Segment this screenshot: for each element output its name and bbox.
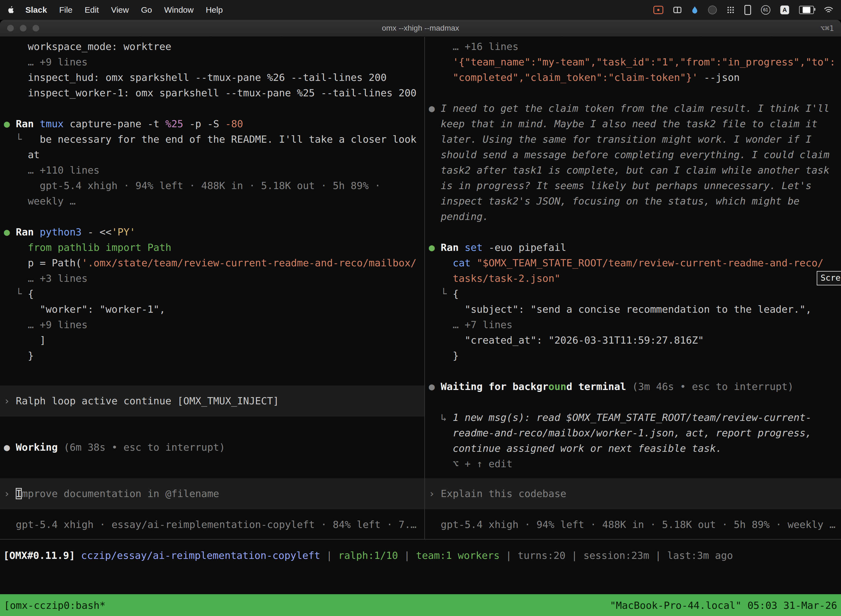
text-segment: ↳ bbox=[429, 412, 453, 423]
terminal-line: gpt-5.4 xhigh · 94% left · 488K in · 5.1… bbox=[4, 178, 424, 194]
text-segment: - << bbox=[88, 226, 111, 238]
terminal-line: … +9 lines bbox=[4, 54, 424, 70]
terminal-line: ● Ran python3 - <<'PY' bbox=[4, 224, 424, 240]
prompt-input-left[interactable]: › Improve documentation in @filename bbox=[0, 478, 424, 509]
water-drop-icon[interactable] bbox=[692, 6, 698, 14]
terminal-line: p = Path('.omx/state/team/review-current… bbox=[4, 255, 424, 271]
wifi-icon[interactable] bbox=[824, 6, 833, 13]
text-segment: | bbox=[649, 550, 667, 561]
terminal-line: "created_at": "2026-03-31T11:59:27.816Z" bbox=[429, 333, 841, 348]
dots-grid-icon[interactable] bbox=[727, 6, 734, 14]
text-segment: Explain this codebase bbox=[441, 488, 566, 499]
terminal-line bbox=[429, 85, 841, 101]
text-segment: last:3m ago bbox=[667, 550, 733, 561]
text-segment: should send a message before completing … bbox=[429, 149, 829, 160]
terminal-line: task2 after task1 is complete, but can I… bbox=[429, 163, 841, 178]
text-segment: ● bbox=[4, 226, 16, 238]
text-segment: 1 new msg(s): read $OMX_TEAM_STATE_ROOT/… bbox=[453, 412, 812, 423]
text-segment: (6m 38s • esc to interrupt) bbox=[64, 441, 225, 453]
text-segment: gpt-5.4 xhigh · 94% left · 488K in · 5.1… bbox=[4, 180, 381, 191]
menu-item-help[interactable]: Help bbox=[206, 5, 223, 15]
text-segment: Waiting for backgr bbox=[441, 381, 548, 392]
terminal-line: is in progress? It seems likely but perh… bbox=[429, 178, 841, 194]
terminal-line: "worker": "worker-1", bbox=[4, 302, 424, 317]
tmux-panes: workspace_mode: worktree … +9 lines insp… bbox=[0, 37, 841, 540]
terminal-line bbox=[429, 395, 841, 410]
zoom-button[interactable] bbox=[32, 25, 39, 31]
text-segment: ● bbox=[4, 441, 16, 453]
terminal-line: cat "$OMX_TEAM_STATE_ROOT/team/review-cu… bbox=[429, 255, 841, 271]
apple-logo-icon[interactable] bbox=[8, 6, 15, 14]
text-segment: ] bbox=[4, 334, 46, 346]
terminal-line: at bbox=[4, 147, 424, 163]
text-segment: at bbox=[4, 149, 40, 160]
phone-icon[interactable] bbox=[744, 5, 751, 15]
terminal-line: } bbox=[429, 348, 841, 364]
traffic-lights bbox=[7, 25, 39, 31]
menu-item-go[interactable]: Go bbox=[141, 5, 152, 15]
screen-recording-icon[interactable] bbox=[653, 6, 663, 14]
terminal-line: ⌥ + ↑ edit bbox=[429, 456, 841, 472]
text-segment: from pathlib import Path bbox=[4, 242, 171, 253]
menu-item-edit[interactable]: Edit bbox=[85, 5, 99, 15]
terminal-line bbox=[4, 209, 424, 224]
terminal-line: … +7 lines bbox=[429, 317, 841, 333]
menu-item-view[interactable]: View bbox=[111, 5, 129, 15]
text-segment: '{"team_name":"my-team","task_id":"1","f… bbox=[429, 56, 835, 67]
terminal-line bbox=[429, 364, 841, 379]
window-titlebar: omx --xhigh --madmax ⌥⌘1 bbox=[0, 20, 841, 37]
window-shortcut-hint: ⌥⌘1 bbox=[820, 24, 834, 32]
text-segment: inspect task2's JSON, focusing on the st… bbox=[429, 195, 800, 207]
badge-61-icon[interactable]: 61 bbox=[761, 5, 771, 15]
terminal-line: tasks/task-2.json" bbox=[429, 271, 841, 286]
text-segment: … +7 lines bbox=[429, 319, 512, 330]
text-segment: gpt-5.4 xhigh · 94% left · 488K in · 5.1… bbox=[429, 519, 835, 530]
text-segment: … +16 lines bbox=[429, 41, 519, 52]
terminal-line: should send a message before completing … bbox=[429, 147, 841, 163]
terminal-line: weekly … bbox=[4, 194, 424, 209]
window-tiling-icon[interactable] bbox=[673, 7, 681, 13]
terminal-line: readme-and-reco/mailbox/worker-1.json, a… bbox=[429, 425, 841, 441]
text-segment: | bbox=[320, 550, 338, 561]
battery-icon[interactable] bbox=[799, 6, 814, 14]
terminal-line: inspect_worker-1: omx sparkshell --tmux-… bbox=[4, 85, 424, 101]
terminal-line: … +110 lines bbox=[4, 163, 424, 178]
text-segment: ● bbox=[429, 103, 441, 114]
terminal-line: ● Ran set -euo pipefail bbox=[429, 240, 841, 255]
right-pane[interactable]: … +16 lines '{"team_name":"my-team","tas… bbox=[425, 37, 841, 539]
minimize-button[interactable] bbox=[20, 25, 26, 31]
terminal-line: ] bbox=[4, 333, 424, 348]
text-segment: turns:20 bbox=[518, 550, 566, 561]
terminal-line: inspect task2's JSON, focusing on the st… bbox=[429, 194, 841, 209]
text-segment: └ bbox=[429, 288, 453, 299]
terminal-line bbox=[4, 364, 424, 379]
text-segment: ralph:1/10 bbox=[338, 550, 398, 561]
text-segment: "created_at": "2026-03-31T11:59:27.816Z" bbox=[429, 334, 704, 346]
close-button[interactable] bbox=[7, 25, 14, 31]
text-segment: "worker": "worker-1", bbox=[4, 304, 165, 315]
ralph-loop-banner: › Ralph loop active continue [OMX_TMUX_I… bbox=[0, 386, 424, 417]
text-segment: -p -S bbox=[189, 118, 225, 129]
menubar-status-icons: 61 A bbox=[653, 5, 833, 15]
terminal-line bbox=[4, 101, 424, 116]
prompt-input-right[interactable]: › Explain this codebase bbox=[425, 478, 841, 509]
input-source-icon[interactable]: A bbox=[780, 6, 789, 14]
text-segment: cat bbox=[453, 257, 477, 268]
terminal-line: … +16 lines bbox=[429, 39, 841, 54]
text-segment: continue assigned work or next feasible … bbox=[429, 443, 722, 454]
menu-item-window[interactable]: Window bbox=[164, 5, 194, 15]
text-segment bbox=[429, 257, 453, 268]
text-segment: ● bbox=[429, 381, 441, 392]
text-segment: readme-and-reco/mailbox/worker-1.json, a… bbox=[429, 427, 812, 439]
terminal-line: └ { bbox=[429, 286, 841, 302]
terminal-line: from pathlib import Path bbox=[4, 240, 424, 255]
left-pane[interactable]: workspace_mode: worktree … +9 lines insp… bbox=[0, 37, 424, 539]
circle-app-icon[interactable] bbox=[708, 6, 717, 14]
text-segment: 'PY' bbox=[111, 226, 135, 238]
menu-item-file[interactable]: File bbox=[59, 5, 72, 15]
text-segment: tasks/task-2.json" bbox=[429, 273, 560, 284]
text-segment: I bbox=[16, 488, 22, 499]
app-menu-slack[interactable]: Slack bbox=[25, 5, 47, 15]
terminal-line: workspace_mode: worktree bbox=[4, 39, 424, 54]
team-status-line: [OMX#0.11.9] cczip/essay/ai-reimplementa… bbox=[3, 548, 841, 563]
